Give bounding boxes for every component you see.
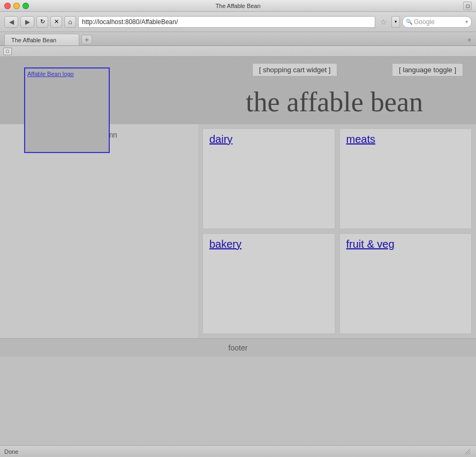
back-icon: ◀ — [9, 18, 14, 26]
bookmark-button[interactable]: ☆ — [377, 16, 389, 28]
close-button[interactable] — [4, 3, 11, 9]
search-bar[interactable]: 🔍 Google ▾ — [402, 16, 472, 28]
browser-tab[interactable]: The Affable Bean — [4, 34, 79, 45]
logo-text: Affable Bean logo — [27, 71, 74, 77]
cart-widget[interactable]: [ shopping cart widget ] — [252, 63, 338, 77]
site-header: Affable Bean logo [ shopping cart widget… — [0, 57, 476, 124]
category-meats-link[interactable]: meats — [346, 133, 375, 146]
tab-bar: The Affable Bean + ≡ — [0, 32, 476, 46]
new-tab-button[interactable]: + — [81, 35, 92, 44]
stop-button[interactable]: ✕ — [50, 16, 62, 28]
window-controls — [4, 3, 29, 9]
status-bar: Done — [0, 445, 476, 457]
browser-titlebar: The Affable Bean ◻ — [0, 0, 476, 12]
category-bakery-link[interactable]: bakery — [209, 238, 241, 250]
left-column: left column — [0, 124, 198, 338]
tab-label: The Affable Bean — [11, 37, 56, 43]
category-meats[interactable]: meats — [339, 128, 472, 229]
main-content: left column dairy meats bakery fruit & v… — [0, 124, 476, 338]
forward-button[interactable]: ▶ — [20, 16, 34, 28]
page-wrapper: Affable Bean logo [ shopping cart widget… — [0, 57, 476, 356]
window-title: The Affable Bean — [215, 3, 260, 9]
category-fruit-veg-link[interactable]: fruit & veg — [346, 238, 395, 250]
tab-menu-button[interactable]: ≡ — [465, 35, 474, 44]
address-bar[interactable]: http://localhost:8080/AffableBean/ — [78, 16, 375, 28]
minimize-button[interactable] — [13, 3, 20, 9]
category-dairy[interactable]: dairy — [202, 128, 335, 229]
home-icon: ⌂ — [68, 18, 72, 26]
reload-button[interactable]: ↻ — [36, 16, 48, 28]
url-text: http://localhost:8080/AffableBean/ — [82, 18, 178, 26]
site-footer: footer — [0, 338, 476, 356]
header-top-row: [ shopping cart widget ] [ language togg… — [126, 63, 467, 77]
search-placeholder: Google — [414, 18, 435, 26]
resize-handle — [463, 447, 472, 456]
category-fruit-veg[interactable]: fruit & veg — [339, 233, 472, 334]
categories-grid: dairy meats bakery fruit & veg — [198, 124, 476, 338]
bookmark-icon: □ — [3, 48, 12, 55]
back-button[interactable]: ◀ — [4, 16, 18, 28]
footer-text: footer — [229, 344, 248, 352]
bookmark-icon: ☆ — [380, 18, 387, 26]
site-title: the affable bean — [126, 81, 467, 118]
dropdown-icon: ▾ — [395, 19, 397, 24]
browser-toolbar: ◀ ▶ ↻ ✕ ⌂ http://localhost:8080/AffableB… — [0, 12, 476, 32]
language-toggle[interactable]: [ language toggle ] — [392, 63, 463, 77]
forward-icon: ▶ — [25, 18, 30, 26]
bookmark-bar: □ — [0, 46, 476, 57]
home-button[interactable]: ⌂ — [64, 16, 76, 28]
logo-box: Affable Bean logo — [24, 67, 110, 153]
reload-icon: ↻ — [40, 18, 45, 25]
stop-icon: ✕ — [54, 18, 59, 25]
search-dropdown-icon: ▾ — [465, 19, 468, 25]
category-bakery[interactable]: bakery — [202, 233, 335, 334]
svg-line-2 — [469, 453, 470, 454]
status-text: Done — [4, 448, 18, 455]
search-icon: 🔍 — [406, 19, 412, 25]
tab-menu-icon: ≡ — [468, 37, 471, 43]
category-dairy-link[interactable]: dairy — [209, 133, 232, 146]
new-tab-icon: + — [85, 35, 89, 44]
window-resize-button[interactable]: ◻ — [463, 2, 472, 10]
dropdown-button[interactable]: ▾ — [391, 16, 400, 28]
maximize-button[interactable] — [22, 3, 29, 9]
